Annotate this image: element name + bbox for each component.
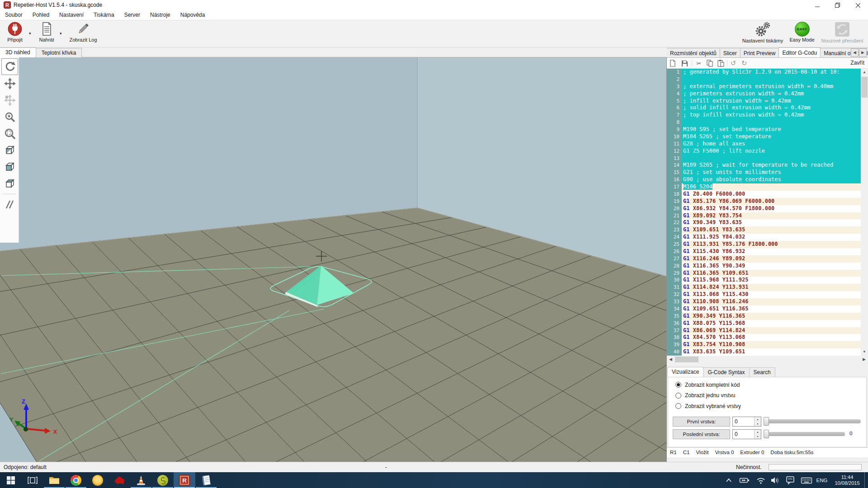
menu-item-nástroje[interactable]: Nástroje <box>145 10 175 20</box>
gcode-line[interactable]: 1; generated by Slic3r 1.2.9 on 2015-08-… <box>667 69 861 76</box>
close-button[interactable] <box>848 0 868 10</box>
gcode-line[interactable]: 21G1 X89.092 Y83.754 <box>667 212 861 220</box>
gcode-editor[interactable]: 1; generated by Slic3r 1.2.9 on 2015-08-… <box>667 69 868 356</box>
taskbar-app-notepad[interactable] <box>195 472 217 488</box>
gcode-line[interactable]: 8 <box>667 119 861 126</box>
connect-dropdown[interactable]: ▾ <box>29 31 31 36</box>
editor-horizontal-scrollbar[interactable]: ◀ ▶ <box>667 356 868 363</box>
gcode-line[interactable]: 27G1 X116.246 Y89.092 <box>667 255 861 263</box>
gcode-line[interactable]: 2 <box>667 76 861 83</box>
new-file-icon[interactable] <box>669 59 677 67</box>
radio-option[interactable]: Zobrazit kompletní kód <box>675 381 740 389</box>
viz-tab[interactable]: G-Code Syntax <box>703 367 749 377</box>
last-layer-slider[interactable] <box>764 432 845 436</box>
close-editor-button[interactable]: Zavřít <box>850 58 864 68</box>
load-button[interactable]: Nahrát <box>34 21 59 47</box>
gcode-line[interactable]: 9M190 S95 ; set bed temperature <box>667 126 861 133</box>
radio-icon[interactable] <box>675 382 681 388</box>
copy-icon[interactable] <box>706 59 714 67</box>
menu-item-soubor[interactable]: Soubor <box>0 10 28 20</box>
gcode-line[interactable]: 35G1 X90.349 Y116.365 <box>667 313 861 320</box>
viz-tab[interactable]: Search <box>749 367 775 377</box>
menu-item-nastavení[interactable]: Nastavení <box>54 10 89 20</box>
gcode-line[interactable]: 30G1 X115.968 Y111.925 <box>667 277 861 284</box>
connect-button[interactable]: Připojit <box>1 21 29 47</box>
gcode-line[interactable]: 28G1 X116.365 Y90.349 <box>667 263 861 270</box>
gcode-line[interactable]: 15G21 ; set units to millimeters <box>667 169 861 176</box>
view-tab[interactable]: 3D náhled <box>0 47 36 57</box>
tray-chevron-button[interactable] <box>722 472 735 488</box>
menu-item-server[interactable]: Server <box>119 10 145 20</box>
gcode-line[interactable]: 4; perimeters extrusion width = 0.42mm <box>667 90 861 98</box>
gcode-line[interactable]: 14M109 S265 ; wait for temperature to be… <box>667 162 861 169</box>
gcode-line[interactable]: 38G1 X84.570 Y113.068 <box>667 334 861 341</box>
gcode-line[interactable]: 34G1 X109.651 Y116.365 <box>667 305 861 313</box>
gcode-line[interactable]: 16G90 ; use absolute coordinates <box>667 176 861 183</box>
easy-mode-button[interactable]: EASY Easy Mode <box>784 21 820 47</box>
radio-icon[interactable] <box>675 403 681 409</box>
gcode-line[interactable]: 7; top infill extrusion width = 0.42mm <box>667 112 861 119</box>
zoom-in-button[interactable] <box>1 108 18 125</box>
first-layer-slider-thumb[interactable] <box>764 417 769 426</box>
gcode-line[interactable]: 25G1 X113.931 Y85.176 F1800.000 <box>667 241 861 248</box>
scroll-up-icon[interactable]: ▲ <box>861 69 868 76</box>
tray-wifi-button[interactable] <box>754 472 768 488</box>
rotate-view-button[interactable] <box>1 58 18 75</box>
taskbar-app-chrome[interactable] <box>65 472 87 488</box>
tray-volume-button[interactable] <box>769 472 782 488</box>
scroll-left-icon[interactable]: ◀ <box>667 356 675 363</box>
scroll-down-icon[interactable]: ▼ <box>861 348 868 356</box>
gcode-line[interactable]: 26G1 X115.430 Y86.932 <box>667 248 861 255</box>
gcode-line[interactable]: 18G1 Z0.400 F6000.000 <box>667 191 861 198</box>
gcode-line[interactable]: 13 <box>667 155 861 162</box>
cut-icon[interactable]: ✂ <box>695 59 703 67</box>
gcode-line[interactable]: 22G1 X90.349 Y83.635 <box>667 219 861 226</box>
tab-scroll-left[interactable]: ◀ <box>851 48 859 57</box>
spin-up-icon[interactable]: ▲ <box>754 430 761 434</box>
right-tab[interactable]: Rozmístění objektů <box>667 48 720 58</box>
taskbar-app-red-dog[interactable] <box>108 472 130 488</box>
gcode-line[interactable]: 32G1 X113.068 Y115.430 <box>667 291 861 298</box>
gcode-line[interactable]: 19G1 X85.176 Y86.069 F6000.000 <box>667 198 861 205</box>
parallel-projection-button[interactable] <box>1 196 18 213</box>
front-view-button[interactable] <box>1 159 18 175</box>
last-layer-slider-thumb[interactable] <box>764 430 769 438</box>
minimize-button[interactable] <box>807 0 827 10</box>
menu-item-pohled[interactable]: Pohled <box>28 10 54 20</box>
undo-icon[interactable]: ↺ <box>729 59 737 67</box>
spin-down-icon[interactable]: ▼ <box>754 422 761 426</box>
first-layer-slider[interactable] <box>764 419 861 423</box>
gcode-line[interactable]: 31G1 X114.824 Y113.931 <box>667 284 861 291</box>
gcode-line[interactable]: 3; external perimeters extrusion width =… <box>667 83 861 90</box>
start-button[interactable] <box>0 472 22 488</box>
scroll-thumb[interactable] <box>675 357 698 362</box>
taskbar-app-vlc[interactable] <box>130 472 152 488</box>
gcode-line[interactable]: 36G1 X88.075 Y115.968 <box>667 320 861 327</box>
radio-option[interactable]: Zobrazit jednu vrstvu <box>675 392 735 399</box>
task-view-button[interactable] <box>22 472 43 488</box>
gcode-line[interactable]: 39G1 X83.754 Y110.908 <box>667 341 861 348</box>
restore-button[interactable] <box>827 0 848 10</box>
view-tab[interactable]: Teplotní křivka <box>36 48 82 57</box>
tray-battery-button[interactable] <box>738 472 751 488</box>
gcode-line[interactable]: 33G1 X110.908 Y116.246 <box>667 298 861 305</box>
radio-option[interactable]: Zobrazit vybrané vrstvy <box>675 402 741 410</box>
gcode-line[interactable]: 23G1 X109.651 Y83.635 <box>667 226 861 234</box>
gcode-line[interactable]: 5; infill extrusion width = 0.42mm <box>667 98 861 105</box>
move-object-button[interactable] <box>1 92 18 108</box>
tab-scroll-right[interactable]: ▶ <box>859 48 867 57</box>
language-indicator[interactable]: ENG <box>814 472 830 488</box>
printer-settings-button[interactable]: Nastavení tiskárny <box>738 21 788 47</box>
top-view-button[interactable] <box>1 175 18 192</box>
gcode-line[interactable]: 29G1 X116.365 Y109.651 <box>667 270 861 277</box>
right-tab[interactable]: Editor G-Codu <box>778 47 821 58</box>
taskbar-app-green-s[interactable] <box>152 472 174 488</box>
menu-item-tiskárna[interactable]: Tiskárna <box>89 10 119 20</box>
gcode-line[interactable]: 10M104 S265 ; set temperature <box>667 133 861 141</box>
paste-icon[interactable] <box>717 59 725 67</box>
gcode-line[interactable]: 24G1 X111.925 Y84.032 <box>667 234 861 241</box>
move-view-button[interactable] <box>1 75 18 92</box>
spin-up-icon[interactable]: ▲ <box>754 417 761 422</box>
gcode-line[interactable]: 6; solid infill extrusion width = 0.42mm <box>667 104 861 112</box>
gcode-line[interactable]: 40G1 X83.635 Y109.651 <box>667 348 861 356</box>
